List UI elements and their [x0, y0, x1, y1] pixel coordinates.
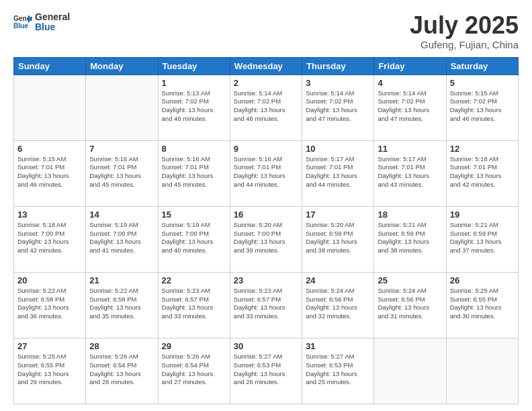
- day-info: Sunrise: 5:15 AM Sunset: 7:02 PM Dayligh…: [450, 89, 515, 124]
- day-info: Sunrise: 5:14 AM Sunset: 7:02 PM Dayligh…: [378, 89, 442, 124]
- day-info: Sunrise: 5:24 AM Sunset: 6:56 PM Dayligh…: [378, 287, 442, 321]
- calendar-cell: 23Sunrise: 5:23 AM Sunset: 6:57 PM Dayli…: [230, 272, 302, 338]
- svg-text:Blue: Blue: [13, 23, 28, 30]
- calendar-cell: 31Sunrise: 5:27 AM Sunset: 6:53 PM Dayli…: [302, 338, 374, 404]
- calendar-cell: 24Sunrise: 5:24 AM Sunset: 6:56 PM Dayli…: [302, 272, 374, 338]
- calendar-cell: 9Sunrise: 5:16 AM Sunset: 7:01 PM Daylig…: [230, 140, 302, 206]
- day-info: Sunrise: 5:16 AM Sunset: 7:01 PM Dayligh…: [89, 155, 154, 189]
- day-number: 12: [450, 144, 515, 154]
- day-number: 4: [378, 78, 442, 88]
- calendar-cell: 1Sunrise: 5:13 AM Sunset: 7:02 PM Daylig…: [158, 75, 230, 140]
- day-info: Sunrise: 5:16 AM Sunset: 7:01 PM Dayligh…: [162, 155, 226, 189]
- day-info: Sunrise: 5:24 AM Sunset: 6:56 PM Dayligh…: [306, 287, 370, 321]
- day-number: 25: [378, 275, 442, 285]
- day-number: 24: [306, 275, 370, 285]
- day-number: 30: [234, 341, 298, 351]
- col-monday: Monday: [86, 57, 158, 75]
- day-info: Sunrise: 5:21 AM Sunset: 6:59 PM Dayligh…: [378, 221, 442, 255]
- day-number: 11: [378, 144, 442, 154]
- day-info: Sunrise: 5:20 AM Sunset: 7:00 PM Dayligh…: [234, 221, 298, 255]
- day-info: Sunrise: 5:25 AM Sunset: 6:55 PM Dayligh…: [450, 287, 515, 321]
- day-info: Sunrise: 5:19 AM Sunset: 7:00 PM Dayligh…: [162, 221, 226, 255]
- col-tuesday: Tuesday: [158, 57, 230, 75]
- day-number: 2: [234, 78, 298, 88]
- calendar-cell: [14, 75, 86, 140]
- day-number: 6: [17, 144, 82, 154]
- col-friday: Friday: [374, 57, 446, 75]
- calendar-cell: 15Sunrise: 5:19 AM Sunset: 7:00 PM Dayli…: [158, 206, 230, 272]
- day-info: Sunrise: 5:21 AM Sunset: 6:59 PM Dayligh…: [450, 221, 515, 255]
- day-number: 21: [89, 275, 154, 285]
- col-sunday: Sunday: [14, 57, 86, 75]
- calendar-cell: 14Sunrise: 5:19 AM Sunset: 7:00 PM Dayli…: [86, 206, 158, 272]
- calendar-week-row: 6Sunrise: 5:15 AM Sunset: 7:01 PM Daylig…: [14, 140, 519, 206]
- logo: General Blue General Blue: [13, 12, 70, 33]
- day-info: Sunrise: 5:17 AM Sunset: 7:01 PM Dayligh…: [378, 155, 442, 189]
- calendar-cell: 12Sunrise: 5:18 AM Sunset: 7:01 PM Dayli…: [446, 140, 518, 206]
- calendar-cell: 25Sunrise: 5:24 AM Sunset: 6:56 PM Dayli…: [374, 272, 446, 338]
- logo-icon: General Blue: [13, 13, 32, 32]
- day-info: Sunrise: 5:26 AM Sunset: 6:54 PM Dayligh…: [162, 353, 226, 387]
- day-info: Sunrise: 5:23 AM Sunset: 6:57 PM Dayligh…: [234, 287, 298, 321]
- calendar-cell: 26Sunrise: 5:25 AM Sunset: 6:55 PM Dayli…: [446, 272, 518, 338]
- calendar-cell: 22Sunrise: 5:23 AM Sunset: 6:57 PM Dayli…: [158, 272, 230, 338]
- day-info: Sunrise: 5:18 AM Sunset: 7:00 PM Dayligh…: [17, 221, 82, 255]
- day-info: Sunrise: 5:22 AM Sunset: 6:58 PM Dayligh…: [89, 287, 154, 321]
- day-number: 3: [306, 78, 370, 88]
- calendar-week-row: 1Sunrise: 5:13 AM Sunset: 7:02 PM Daylig…: [14, 75, 519, 140]
- day-number: 23: [234, 275, 298, 285]
- calendar-cell: 20Sunrise: 5:22 AM Sunset: 6:58 PM Dayli…: [14, 272, 86, 338]
- logo-general-text: General: [35, 12, 70, 22]
- calendar-cell: 21Sunrise: 5:22 AM Sunset: 6:58 PM Dayli…: [86, 272, 158, 338]
- calendar-cell: [86, 75, 158, 140]
- day-number: 26: [450, 275, 515, 285]
- calendar-cell: 10Sunrise: 5:17 AM Sunset: 7:01 PM Dayli…: [302, 140, 374, 206]
- calendar-week-row: 20Sunrise: 5:22 AM Sunset: 6:58 PM Dayli…: [14, 272, 519, 338]
- day-number: 29: [162, 341, 226, 351]
- day-number: 18: [378, 210, 442, 220]
- col-thursday: Thursday: [302, 57, 374, 75]
- day-info: Sunrise: 5:17 AM Sunset: 7:01 PM Dayligh…: [306, 155, 370, 189]
- day-info: Sunrise: 5:15 AM Sunset: 7:01 PM Dayligh…: [17, 155, 82, 189]
- calendar-cell: 5Sunrise: 5:15 AM Sunset: 7:02 PM Daylig…: [446, 75, 518, 140]
- day-info: Sunrise: 5:27 AM Sunset: 6:53 PM Dayligh…: [306, 353, 370, 387]
- calendar-cell: 19Sunrise: 5:21 AM Sunset: 6:59 PM Dayli…: [446, 206, 518, 272]
- calendar-cell: 2Sunrise: 5:14 AM Sunset: 7:02 PM Daylig…: [230, 75, 302, 140]
- day-number: 1: [162, 78, 226, 88]
- header: General Blue General Blue July 2025 Gufe…: [13, 12, 519, 50]
- day-number: 31: [306, 341, 370, 351]
- col-wednesday: Wednesday: [230, 57, 302, 75]
- day-info: Sunrise: 5:13 AM Sunset: 7:02 PM Dayligh…: [162, 89, 226, 124]
- day-info: Sunrise: 5:14 AM Sunset: 7:02 PM Dayligh…: [306, 89, 370, 124]
- day-info: Sunrise: 5:26 AM Sunset: 6:54 PM Dayligh…: [89, 353, 154, 387]
- day-number: 28: [89, 341, 154, 351]
- title-block: July 2025 Gufeng, Fujian, China: [410, 12, 519, 50]
- day-number: 17: [306, 210, 370, 220]
- calendar-cell: 13Sunrise: 5:18 AM Sunset: 7:00 PM Dayli…: [14, 206, 86, 272]
- day-number: 19: [450, 210, 515, 220]
- day-info: Sunrise: 5:23 AM Sunset: 6:57 PM Dayligh…: [162, 287, 226, 321]
- calendar-cell: 11Sunrise: 5:17 AM Sunset: 7:01 PM Dayli…: [374, 140, 446, 206]
- calendar-week-row: 13Sunrise: 5:18 AM Sunset: 7:00 PM Dayli…: [14, 206, 519, 272]
- calendar-cell: 30Sunrise: 5:27 AM Sunset: 6:53 PM Dayli…: [230, 338, 302, 404]
- day-number: 16: [234, 210, 298, 220]
- calendar-cell: 17Sunrise: 5:20 AM Sunset: 6:59 PM Dayli…: [302, 206, 374, 272]
- day-number: 27: [17, 341, 82, 351]
- calendar-cell: 4Sunrise: 5:14 AM Sunset: 7:02 PM Daylig…: [374, 75, 446, 140]
- day-number: 10: [306, 144, 370, 154]
- calendar-cell: 16Sunrise: 5:20 AM Sunset: 7:00 PM Dayli…: [230, 206, 302, 272]
- calendar-cell: 6Sunrise: 5:15 AM Sunset: 7:01 PM Daylig…: [14, 140, 86, 206]
- page: General Blue General Blue July 2025 Gufe…: [0, 0, 532, 411]
- day-info: Sunrise: 5:16 AM Sunset: 7:01 PM Dayligh…: [234, 155, 298, 189]
- day-info: Sunrise: 5:18 AM Sunset: 7:01 PM Dayligh…: [450, 155, 515, 189]
- calendar-cell: 7Sunrise: 5:16 AM Sunset: 7:01 PM Daylig…: [86, 140, 158, 206]
- day-number: 22: [162, 275, 226, 285]
- month-title: July 2025: [410, 12, 519, 39]
- day-number: 5: [450, 78, 515, 88]
- calendar-cell: [446, 338, 518, 404]
- calendar-header-row: Sunday Monday Tuesday Wednesday Thursday…: [14, 57, 519, 75]
- day-info: Sunrise: 5:25 AM Sunset: 6:55 PM Dayligh…: [17, 353, 82, 387]
- day-number: 8: [162, 144, 226, 154]
- calendar-cell: 28Sunrise: 5:26 AM Sunset: 6:54 PM Dayli…: [86, 338, 158, 404]
- day-number: 9: [234, 144, 298, 154]
